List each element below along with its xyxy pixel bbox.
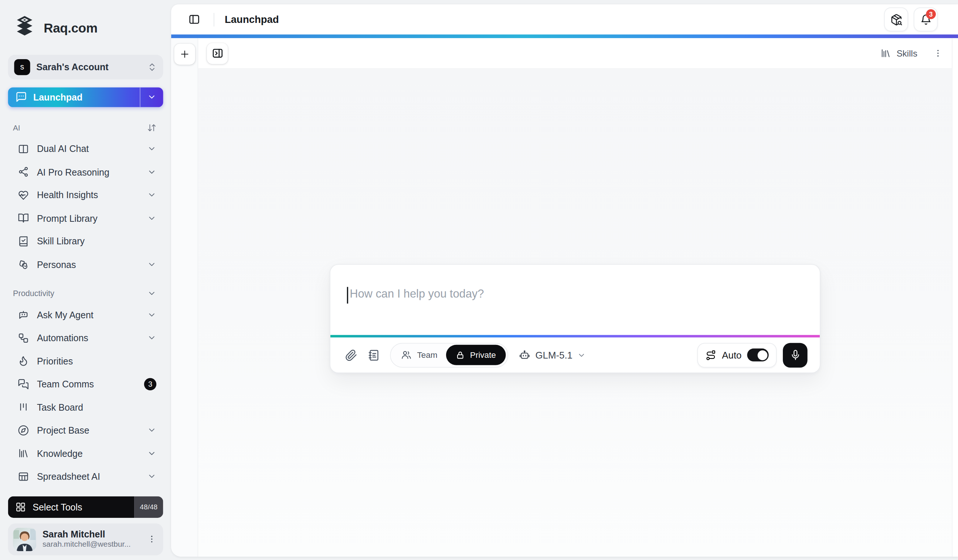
bot-icon [519, 349, 531, 361]
chevron-down-icon [147, 472, 156, 481]
tab-strip [171, 38, 198, 556]
attach-file-button[interactable] [343, 346, 360, 364]
notification-count-badge: 3 [926, 9, 936, 19]
sidebar-item-ask-my-agent[interactable]: Ask My Agent [6, 303, 165, 327]
kanban-icon [18, 401, 29, 412]
app: Raq.com s Sarah's Account Launchpad [0, 0, 958, 560]
chat-header: Skills [198, 38, 952, 69]
toggle-knob [757, 350, 767, 360]
sidebar-item-health-insights[interactable]: Health Insights [6, 184, 165, 207]
chat-panel: Skills How can I help you today? [198, 38, 952, 556]
chevrons-up-down-icon [147, 62, 157, 72]
item-label: Project Base [37, 425, 140, 435]
topbar-divider [214, 13, 214, 26]
bot-chat-icon [18, 309, 29, 320]
item-label: Priorities [37, 355, 156, 366]
text-cursor [347, 287, 348, 303]
book-check-icon [18, 236, 29, 247]
sidebar-item-priorities[interactable]: Priorities [6, 349, 165, 373]
auto-toggle-switch-on[interactable] [747, 349, 768, 362]
chevron-down-icon [147, 425, 156, 435]
chevron-down-icon [147, 449, 156, 458]
chat-input[interactable]: How can I help you today? [330, 265, 820, 335]
auto-mode-control[interactable]: Auto [698, 343, 777, 367]
sidebar-item-automations[interactable]: Automations [6, 327, 165, 350]
sidebar-toggle-button[interactable] [185, 10, 203, 29]
sidebar-item-prompt-library[interactable]: Prompt Library [6, 207, 165, 230]
sidebar-item-launchpad-active: Launchpad [8, 87, 163, 107]
user-profile-card[interactable]: Sarah Mitchell sarah.mitchell@westbur... [8, 523, 163, 555]
account-switcher[interactable]: s Sarah's Account [8, 55, 163, 79]
notifications-button[interactable]: 3 [914, 7, 938, 32]
sidebar-item-skill-library[interactable]: Skill Library [6, 230, 165, 253]
tools-count-badge: 48/48 [134, 496, 163, 517]
book-open-icon [18, 213, 29, 224]
header-accent-bar [171, 34, 958, 38]
model-name: GLM-5.1 [535, 349, 572, 360]
brand-logo-icon [12, 15, 37, 42]
drama-masks-icon [18, 259, 29, 270]
panel-toggle-button[interactable] [207, 43, 228, 64]
sidebar-item-personas[interactable]: Personas [6, 253, 165, 276]
topbar: Launchpad 3 [171, 5, 958, 35]
chevron-down-icon [147, 190, 156, 200]
chevron-down-icon [147, 92, 156, 102]
chevron-down-icon [147, 214, 156, 223]
model-selector[interactable]: GLM-5.1 [519, 349, 586, 361]
templates-button[interactable] [366, 346, 383, 364]
sidebar-item-spreadsheet-ai[interactable]: Spreadsheet AI [6, 465, 165, 488]
brand: Raq.com [12, 15, 165, 42]
message-square-more-icon [16, 91, 27, 103]
visibility-team-option[interactable]: Team [392, 350, 446, 360]
item-label: Automations [37, 333, 140, 343]
tool-marketplace-button[interactable] [884, 7, 908, 32]
library-icon [880, 48, 891, 59]
sidebar-item-task-board[interactable]: Task Board [6, 395, 165, 419]
user-name: Sarah Mitchell [43, 529, 138, 540]
content-row: Skills How can I help you today? [171, 38, 958, 556]
new-tab-button[interactable] [174, 44, 195, 65]
launchpad-expand-button[interactable] [140, 87, 163, 107]
item-label: Prompt Library [37, 213, 140, 223]
composer-card: How can I help you today? [330, 264, 820, 373]
sidebar-item-ai-pro-reasoning[interactable]: AI Pro Reasoning [6, 160, 165, 184]
chat-menu-button[interactable] [929, 44, 945, 62]
share-network-icon [18, 167, 29, 178]
launchpad-button[interactable]: Launchpad [8, 87, 140, 107]
microphone-icon [790, 349, 801, 361]
skills-label: Skills [897, 48, 917, 59]
user-menu-button[interactable] [143, 530, 159, 548]
right-gutter [952, 38, 958, 556]
account-avatar: s [14, 59, 30, 75]
workflow-icon [18, 332, 29, 343]
topbar-actions: 3 [884, 7, 938, 32]
sidebar-item-knowledge[interactable]: Knowledge [6, 442, 165, 465]
chevron-down-icon [147, 310, 156, 319]
sidebar-item-project-base[interactable]: Project Base [6, 419, 165, 442]
chevron-down-icon [147, 333, 156, 342]
table-icon [18, 471, 29, 482]
item-label: AI Pro Reasoning [37, 167, 140, 177]
sidebar: Raq.com s Sarah's Account Launchpad [0, 0, 171, 560]
sidebar-item-dual-ai-chat[interactable]: Dual AI Chat [6, 138, 165, 161]
select-tools-main: Select Tools [8, 496, 134, 517]
plus-icon [179, 49, 190, 60]
voice-input-button[interactable] [783, 343, 807, 367]
chevron-down-icon [577, 351, 586, 359]
input-placeholder: How can I help you today? [350, 287, 484, 300]
item-label: Personas [37, 259, 140, 270]
skills-button[interactable]: Skills [874, 44, 924, 63]
columns-icon [18, 143, 29, 154]
arrow-down-up-icon[interactable] [147, 123, 156, 132]
lock-icon [456, 351, 465, 359]
section-header-productivity[interactable]: Productivity [13, 289, 156, 298]
select-tools-button[interactable]: Select Tools 48/48 [8, 496, 163, 517]
panel-right-open-icon [211, 47, 223, 59]
visibility-private-option-active[interactable]: Private [446, 345, 506, 365]
layout-grid-icon [16, 501, 26, 512]
select-tools-label: Select Tools [33, 501, 82, 512]
sidebar-item-team-comms[interactable]: Team Comms 3 [6, 373, 165, 396]
chat-body: How can I help you today? [198, 69, 952, 556]
heart-pulse-icon [18, 190, 29, 201]
user-email: sarah.mitchell@westbur... [43, 540, 138, 549]
